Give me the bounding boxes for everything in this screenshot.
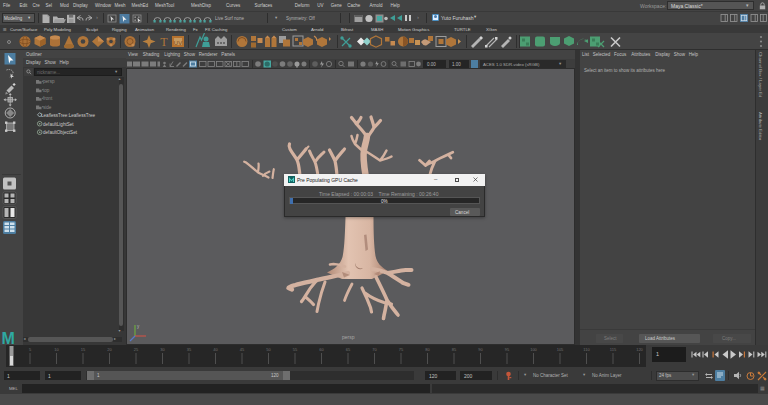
svg-text:115: 115 — [610, 347, 617, 352]
svg-text:10: 10 — [54, 347, 59, 352]
svg-text:80: 80 — [425, 347, 430, 352]
svg-text:5: 5 — [29, 347, 32, 352]
svg-text:65: 65 — [346, 347, 351, 352]
svg-text:70: 70 — [372, 347, 377, 352]
svg-text:95: 95 — [505, 347, 510, 352]
svg-text:90: 90 — [478, 347, 483, 352]
svg-text:40: 40 — [213, 347, 218, 352]
svg-text:120: 120 — [636, 347, 643, 352]
svg-text:45: 45 — [240, 347, 245, 352]
svg-text:35: 35 — [187, 347, 192, 352]
svg-text:55: 55 — [293, 347, 298, 352]
svg-text:y: y — [137, 324, 140, 329]
svg-text:75: 75 — [399, 347, 404, 352]
svg-text:25: 25 — [134, 347, 139, 352]
svg-text:60: 60 — [319, 347, 324, 352]
svg-text:30: 30 — [160, 347, 165, 352]
svg-text:105: 105 — [557, 347, 564, 352]
svg-text:20: 20 — [107, 347, 112, 352]
svg-text:50: 50 — [266, 347, 271, 352]
svg-text:15: 15 — [81, 347, 86, 352]
svg-text:85: 85 — [452, 347, 457, 352]
svg-text:T: T — [160, 35, 168, 49]
svg-text:100: 100 — [530, 347, 537, 352]
svg-text:110: 110 — [583, 347, 590, 352]
svg-text:M: M — [2, 330, 15, 345]
svg-text:UV: UV — [174, 40, 182, 46]
